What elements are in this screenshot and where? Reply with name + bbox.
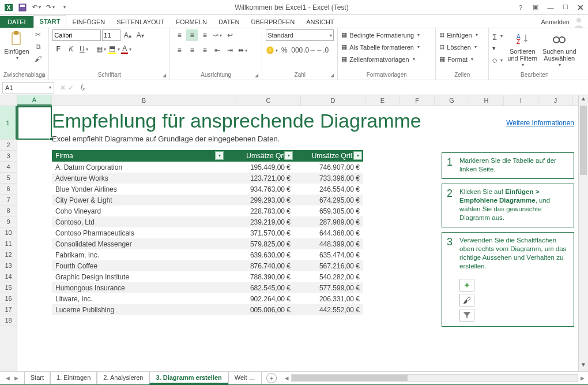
format-painter-icon[interactable]: 🖌 bbox=[32, 54, 44, 64]
wrap-text-icon[interactable]: ↩ bbox=[224, 29, 236, 41]
thousands-icon[interactable]: 000 bbox=[291, 44, 303, 56]
bold-icon[interactable]: F bbox=[52, 43, 64, 55]
row-header[interactable]: 7 bbox=[0, 195, 17, 205]
select-all-corner[interactable] bbox=[0, 95, 17, 106]
clipboard-launcher[interactable]: ◢ bbox=[42, 73, 47, 79]
row-header[interactable]: 9 bbox=[0, 216, 17, 227]
row-header[interactable]: 10 bbox=[0, 227, 17, 238]
fill-color-icon[interactable]: ⬒▾ bbox=[108, 43, 119, 55]
currency-icon[interactable]: 🪙▾ bbox=[266, 44, 277, 56]
cells-area[interactable]: Empfehlung für ansprechende Diagramme Ex… bbox=[17, 106, 588, 371]
close-icon[interactable]: ✕ bbox=[573, 0, 588, 15]
table-row[interactable]: Contoso, Ltd239.219,00 €287.989,00 € bbox=[52, 216, 363, 227]
row-header[interactable]: 15 bbox=[0, 282, 17, 293]
indent-decrease-icon[interactable]: ⇤ bbox=[212, 44, 223, 56]
tab-pagelayout[interactable]: SEITENLAYOUT bbox=[111, 16, 170, 28]
tab-start[interactable]: START bbox=[33, 15, 67, 28]
conditional-formatting-button[interactable]: ▦Bedingte Formatierung▾ bbox=[341, 29, 432, 40]
align-right-icon[interactable]: ≡ bbox=[199, 44, 210, 56]
row-header[interactable]: 4 bbox=[0, 162, 17, 173]
column-header[interactable]: F bbox=[400, 95, 435, 106]
tab-view[interactable]: ANSICHT bbox=[300, 16, 340, 28]
sheet-nav-next[interactable]: ► bbox=[13, 375, 20, 382]
font-name-select[interactable] bbox=[52, 29, 101, 41]
indent-increase-icon[interactable]: ⇥ bbox=[224, 44, 236, 56]
column-header[interactable]: A bbox=[17, 95, 52, 106]
delete-cells-button[interactable]: ⊟Löschen▾ bbox=[439, 42, 485, 53]
tab-formulas[interactable]: FORMELN bbox=[170, 16, 213, 28]
redo-icon[interactable]: ↷▾ bbox=[44, 1, 56, 14]
find-select-button[interactable]: Suchen und Auswählen▾ bbox=[542, 29, 576, 69]
tab-review[interactable]: ÜBERPRÜFEN bbox=[245, 16, 300, 28]
row-header[interactable]: 12 bbox=[0, 249, 17, 260]
align-middle-icon[interactable]: ≡ bbox=[186, 29, 198, 41]
sign-in-area[interactable]: Anmelden bbox=[541, 16, 588, 28]
row-header[interactable]: 13 bbox=[0, 260, 17, 271]
hscroll-left-icon[interactable]: ◄ bbox=[284, 375, 290, 382]
chart-styles-icon[interactable]: 🖌 bbox=[459, 294, 474, 306]
sheet-tab[interactable]: Weit … bbox=[228, 372, 262, 384]
ribbon-options-icon[interactable]: ▣ bbox=[528, 0, 543, 15]
qat-customize-icon[interactable]: ▾ bbox=[58, 1, 70, 14]
table-row[interactable]: Fourth Coffee876.740,00 €567.216,00 € bbox=[52, 260, 363, 271]
font-color-icon[interactable]: A▾ bbox=[120, 43, 132, 55]
column-header[interactable]: D bbox=[301, 95, 365, 106]
percent-icon[interactable]: % bbox=[278, 44, 290, 56]
number-launcher[interactable]: ◢ bbox=[330, 73, 336, 79]
chart-elements-icon[interactable]: ＋ bbox=[459, 279, 474, 291]
italic-icon[interactable]: K bbox=[65, 43, 77, 55]
sheet-tab[interactable]: Start bbox=[24, 372, 50, 384]
align-center-icon[interactable]: ≡ bbox=[186, 44, 198, 56]
table-row[interactable]: Contoso Pharmaceuticals371.570,00 €644.3… bbox=[52, 227, 363, 238]
hscroll-thumb[interactable] bbox=[292, 375, 408, 381]
row-header[interactable]: 18 bbox=[0, 315, 17, 326]
sort-filter-button[interactable]: AZ Sortieren und Filtern▾ bbox=[505, 29, 540, 69]
table-header-q12[interactable]: Umsätze Qrtl12▾ bbox=[294, 150, 363, 162]
align-bottom-icon[interactable]: ≡ bbox=[199, 29, 210, 41]
increase-decimal-icon[interactable]: .0→ bbox=[304, 44, 315, 56]
help-icon[interactable]: ? bbox=[513, 0, 528, 15]
table-row[interactable]: Litware, Inc.902.264,00 €206.331,00 € bbox=[52, 293, 363, 304]
sheet-nav-prev[interactable]: ◄ bbox=[5, 375, 11, 382]
row-header[interactable]: 2 bbox=[0, 140, 17, 151]
table-row[interactable]: A. Datum Corporation195.449,00 €746.907,… bbox=[52, 162, 363, 173]
row-header[interactable]: 8 bbox=[0, 205, 17, 216]
column-header[interactable]: C bbox=[236, 95, 301, 106]
name-box[interactable]: A1▾ bbox=[2, 82, 54, 94]
tab-data[interactable]: DATEN bbox=[213, 16, 245, 28]
insert-cells-button[interactable]: ⊞Einfügen▾ bbox=[439, 29, 485, 40]
underline-icon[interactable]: U▾ bbox=[78, 43, 89, 55]
tab-file[interactable]: DATEI bbox=[0, 16, 33, 28]
chart-filter-icon[interactable] bbox=[459, 309, 474, 322]
row-header[interactable]: 1 bbox=[0, 106, 17, 140]
row-header[interactable]: 11 bbox=[0, 238, 17, 249]
orientation-icon[interactable]: ⤻▾ bbox=[212, 29, 223, 41]
row-header[interactable]: 16 bbox=[0, 293, 17, 304]
border-icon[interactable]: ▦▾ bbox=[95, 43, 107, 55]
table-row[interactable]: Fabrikam, Inc.639.630,00 €635.474,00 € bbox=[52, 249, 363, 260]
autosum-button[interactable]: ∑▾ bbox=[492, 31, 503, 42]
fx-icon[interactable]: fx bbox=[77, 83, 88, 92]
filter-icon[interactable]: ▾ bbox=[215, 151, 224, 160]
decrease-decimal-icon[interactable]: ←.0 bbox=[316, 44, 328, 56]
hscroll-right-icon[interactable]: ► bbox=[579, 375, 586, 382]
column-header[interactable]: B bbox=[52, 95, 236, 106]
table-row[interactable]: Consolidated Messenger579.825,00 €448.39… bbox=[52, 238, 363, 249]
table-row[interactable]: Blue Yonder Airlines934.763,00 €246.554,… bbox=[52, 184, 363, 195]
cancel-formula-icon[interactable]: ✕ bbox=[60, 84, 66, 92]
row-header[interactable]: 3 bbox=[0, 151, 17, 162]
row-header[interactable]: 17 bbox=[0, 304, 17, 315]
maximize-icon[interactable]: ☐ bbox=[558, 0, 573, 15]
sheet-tab[interactable]: 3. Diagramm erstellen bbox=[149, 372, 228, 384]
sheet-tab[interactable]: 2. Analysieren bbox=[97, 372, 149, 384]
formula-input[interactable] bbox=[88, 82, 588, 94]
column-header[interactable]: I bbox=[504, 95, 538, 106]
table-row[interactable]: City Power & Light299.293,00 €674.295,00… bbox=[52, 195, 363, 205]
table-row[interactable]: Adventure Works123.721,00 €733.396,00 € bbox=[52, 173, 363, 184]
cut-icon[interactable]: ✂ bbox=[32, 29, 44, 40]
excel-app-icon[interactable]: X bbox=[2, 1, 15, 14]
row-header[interactable]: 6 bbox=[0, 184, 17, 195]
fill-button[interactable]: ▾ bbox=[492, 43, 503, 54]
table-header-firma[interactable]: Firma▾ bbox=[52, 150, 225, 162]
column-header[interactable]: H bbox=[469, 95, 504, 106]
